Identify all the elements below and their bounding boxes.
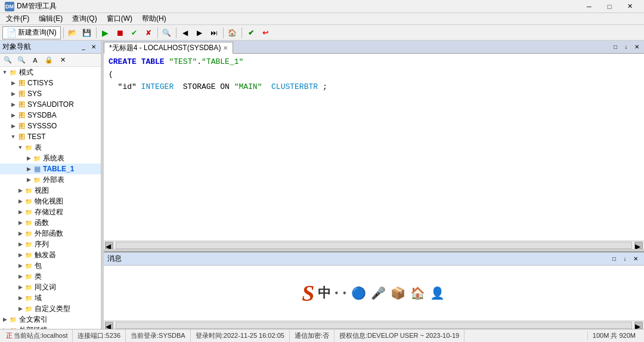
- maximize-button[interactable]: □: [600, 1, 619, 13]
- tree-item-mviews[interactable]: ▶ 📁 物化视图: [0, 196, 101, 207]
- expand-icon-test[interactable]: ▼: [10, 133, 17, 140]
- tree-item-schemas[interactable]: ▼ 📁 模式: [0, 67, 101, 78]
- toolbar-cancel-btn[interactable]: ✘: [142, 26, 155, 39]
- toolbar-search-btn[interactable]: 🔍: [160, 26, 174, 39]
- tree-item-views[interactable]: ▶ 📁 视图: [0, 185, 101, 196]
- tree-item-ctisys[interactable]: ▶ 图 CTISYS: [0, 78, 101, 88]
- left-panel-close-btn[interactable]: ✕: [89, 42, 98, 52]
- left-panel-float-btn[interactable]: _: [79, 42, 88, 52]
- expand-icon-domains[interactable]: ▶: [17, 294, 24, 301]
- editor-area[interactable]: CREATE TABLE "TEST" . "TABLE_1" ( "id" I…: [104, 54, 644, 241]
- toolbar-home-btn[interactable]: 🏠: [226, 26, 239, 39]
- tree-item-sysauditor[interactable]: ▶ 图 SYSAUDITOR: [0, 99, 101, 110]
- toolbar-open-btn[interactable]: 📂: [66, 26, 79, 39]
- tree-item-classes[interactable]: ▶ 📁 类: [0, 271, 101, 282]
- expand-icon-triggers[interactable]: ▶: [17, 251, 24, 258]
- toolbar-prev-btn[interactable]: ◀: [179, 26, 192, 39]
- expand-icon-tables[interactable]: ▼: [17, 144, 24, 151]
- tree-item-custom-types[interactable]: ▶ 📁 自定义类型: [0, 303, 101, 314]
- close-button[interactable]: ✕: [620, 1, 639, 13]
- menu-window[interactable]: 窗口(W): [103, 13, 136, 25]
- expand-icon-extlinks[interactable]: ▶: [1, 326, 8, 329]
- msg-close-btn[interactable]: ✕: [631, 254, 640, 264]
- expand-icon-ext-funcs[interactable]: ▶: [17, 230, 24, 237]
- app-icon: DM: [5, 2, 14, 11]
- expand-icon-table1[interactable]: ▶: [25, 165, 32, 172]
- tree-item-sysdba[interactable]: ▶ 图 SYSDBA: [0, 110, 101, 121]
- expand-icon-mviews[interactable]: ▶: [17, 198, 24, 205]
- tree-item-sys[interactable]: ▶ 图 SYS: [0, 88, 101, 99]
- hscroll-right-btn[interactable]: ▶: [634, 242, 643, 249]
- tree-item-funcs[interactable]: ▶ 📁 函数: [0, 217, 101, 228]
- hscroll-track[interactable]: [116, 242, 632, 249]
- tree-item-synonyms[interactable]: ▶ 📁 同义词: [0, 282, 101, 292]
- msg-hscroll[interactable]: ◀ ▶: [104, 321, 644, 329]
- minimize-button[interactable]: ─: [580, 1, 599, 13]
- editor-hscroll[interactable]: ◀ ▶: [104, 241, 644, 249]
- tree-item-triggers[interactable]: ▶ 📁 触发器: [0, 249, 101, 260]
- tree-item-packages[interactable]: ▶ 📁 包: [0, 260, 101, 271]
- expand-icon-funcs[interactable]: ▶: [17, 219, 24, 226]
- tree-item-sys-tables[interactable]: ▶ 📁 系统表: [0, 153, 101, 164]
- schema-icon-test: 图: [17, 133, 26, 141]
- tree-item-ext-funcs[interactable]: ▶ 📁 外部函数: [0, 228, 101, 239]
- toolbar-rollback-btn[interactable]: ↩: [259, 26, 272, 39]
- hscroll-left-btn[interactable]: ◀: [105, 242, 113, 249]
- expand-icon-sys[interactable]: ▶: [10, 90, 17, 97]
- menu-edit[interactable]: 编辑(E): [35, 13, 66, 25]
- expand-icon-syssso[interactable]: ▶: [10, 122, 17, 130]
- msg-hscroll-track[interactable]: [116, 322, 632, 329]
- toolbar-stop-btn[interactable]: ⏹: [113, 26, 126, 39]
- nav-lock-btn[interactable]: 🔒: [42, 54, 55, 67]
- editor-tab-close[interactable]: ✕: [223, 45, 228, 51]
- tree-item-test[interactable]: ▼ 图 TEST: [0, 131, 101, 142]
- toolbar-run-btn[interactable]: ▶: [99, 26, 112, 39]
- tree-item-domains[interactable]: ▶ 📁 域: [0, 292, 101, 303]
- toolbar-next-btn[interactable]: ▶: [193, 26, 206, 39]
- expand-icon-views[interactable]: ▶: [17, 187, 24, 194]
- expand-icon-sysauditor[interactable]: ▶: [10, 101, 17, 108]
- editor-tab[interactable]: *无标题4 - LOCALHOST(SYSDBA) ✕: [104, 42, 233, 54]
- expand-icon-sys-tables[interactable]: ▶: [25, 155, 32, 162]
- toolbar-check-btn[interactable]: ✔: [128, 26, 141, 39]
- msg-pin-btn[interactable]: ↓: [620, 254, 630, 264]
- toolbar-end-btn[interactable]: ⏭: [208, 26, 221, 39]
- tree-label-funcs: 函数: [35, 218, 49, 228]
- expand-icon-classes[interactable]: ▶: [17, 273, 24, 280]
- nav-search-btn[interactable]: 🔍: [1, 54, 14, 67]
- tab-ctrl-pin[interactable]: ↓: [621, 42, 631, 52]
- menu-help[interactable]: 帮助(H): [138, 13, 170, 25]
- expand-icon-sysdba[interactable]: ▶: [10, 112, 17, 119]
- expand-icon-procs[interactable]: ▶: [17, 208, 24, 215]
- tree-item-table1[interactable]: ▶ ▦ TABLE_1: [0, 164, 101, 174]
- menu-file[interactable]: 文件(F): [2, 13, 33, 25]
- tab-ctrl-close[interactable]: ✕: [632, 42, 642, 52]
- tree-item-seqs[interactable]: ▶ 📁 序列: [0, 239, 101, 249]
- expand-icon-custom-types[interactable]: ▶: [17, 305, 24, 312]
- nav-text-btn[interactable]: A: [29, 54, 42, 67]
- tree-item-fulltext[interactable]: ▶ 📁 全文索引: [0, 314, 101, 325]
- expand-icon-external[interactable]: ▶: [25, 176, 32, 183]
- expand-icon-schemas[interactable]: ▼: [1, 69, 8, 76]
- expand-icon-fulltext[interactable]: ▶: [1, 316, 8, 323]
- nav-filter-btn[interactable]: 🔍: [15, 54, 28, 67]
- new-query-button[interactable]: 📄 新建查询(N): [2, 26, 61, 39]
- msg-hscroll-left[interactable]: ◀: [105, 322, 113, 329]
- msg-restore-btn[interactable]: □: [609, 254, 619, 264]
- menu-query[interactable]: 查询(Q): [69, 13, 100, 25]
- tree-item-extlinks[interactable]: ▶ 📁 外部链接: [0, 325, 101, 329]
- toolbar-commit-btn[interactable]: ✔: [244, 26, 258, 39]
- nav-close-btn[interactable]: ✕: [56, 54, 69, 67]
- toolbar-save-btn[interactable]: 💾: [80, 26, 94, 39]
- msg-hscroll-right[interactable]: ▶: [634, 322, 643, 329]
- tree-item-tables[interactable]: ▼ 📁 表: [0, 142, 101, 153]
- tab-ctrl-restore[interactable]: □: [611, 42, 620, 52]
- expand-icon-seqs[interactable]: ▶: [17, 241, 24, 248]
- expand-icon-synonyms[interactable]: ▶: [17, 284, 24, 291]
- expand-icon-ctisys[interactable]: ▶: [10, 79, 17, 87]
- toolbar-sep-2: [96, 27, 97, 38]
- tree-item-syssso[interactable]: ▶ 图 SYSSSO: [0, 121, 101, 131]
- tree-item-procs[interactable]: ▶ 📁 存储过程: [0, 207, 101, 217]
- expand-icon-packages[interactable]: ▶: [17, 262, 24, 269]
- tree-item-external-tables[interactable]: ▶ 📁 外部表: [0, 174, 101, 185]
